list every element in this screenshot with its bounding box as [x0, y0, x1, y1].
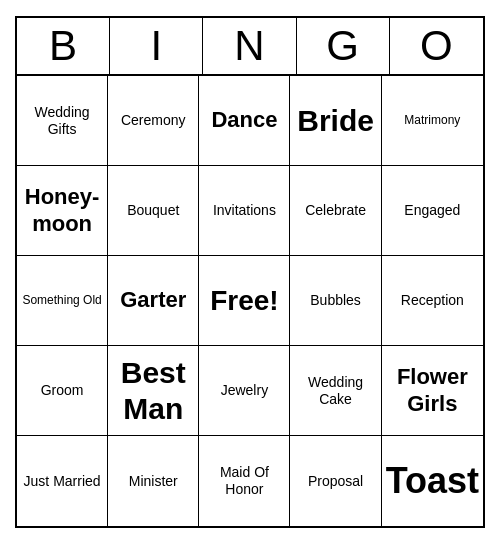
bingo-cell: Invitations	[199, 166, 290, 256]
bingo-letter: B	[17, 18, 110, 74]
bingo-cell: Jewelry	[199, 346, 290, 436]
bingo-cell: Flower Girls	[382, 346, 483, 436]
bingo-cell: Bouquet	[108, 166, 199, 256]
bingo-letter: G	[297, 18, 390, 74]
bingo-cell: Wedding Gifts	[17, 76, 108, 166]
bingo-grid: Wedding GiftsCeremonyDanceBrideMatrimony…	[17, 76, 483, 526]
bingo-card: BINGO Wedding GiftsCeremonyDanceBrideMat…	[15, 16, 485, 528]
bingo-cell: Something Old	[17, 256, 108, 346]
bingo-cell: Maid Of Honor	[199, 436, 290, 526]
bingo-letter: I	[110, 18, 203, 74]
bingo-letter: O	[390, 18, 483, 74]
bingo-cell: Bride	[290, 76, 381, 166]
bingo-cell: Honey-moon	[17, 166, 108, 256]
bingo-letter: N	[203, 18, 296, 74]
bingo-cell: Groom	[17, 346, 108, 436]
bingo-cell: Wedding Cake	[290, 346, 381, 436]
bingo-cell: Best Man	[108, 346, 199, 436]
bingo-cell: Garter	[108, 256, 199, 346]
bingo-cell: Minister	[108, 436, 199, 526]
bingo-cell: Toast	[382, 436, 483, 526]
bingo-cell: Celebrate	[290, 166, 381, 256]
bingo-cell: Just Married	[17, 436, 108, 526]
bingo-cell: Dance	[199, 76, 290, 166]
bingo-header: BINGO	[17, 18, 483, 76]
bingo-cell: Reception	[382, 256, 483, 346]
bingo-cell: Proposal	[290, 436, 381, 526]
bingo-cell: Free!	[199, 256, 290, 346]
bingo-cell: Ceremony	[108, 76, 199, 166]
bingo-cell: Bubbles	[290, 256, 381, 346]
bingo-cell: Engaged	[382, 166, 483, 256]
bingo-cell: Matrimony	[382, 76, 483, 166]
